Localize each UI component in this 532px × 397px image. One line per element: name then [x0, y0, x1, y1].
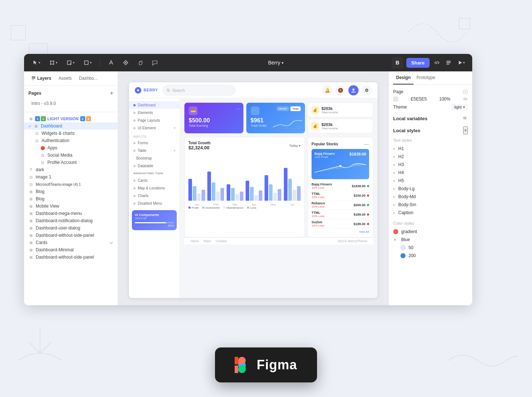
- nav-charts[interactable]: Charts: [129, 192, 180, 200]
- move-tool[interactable]: ▾: [30, 58, 43, 67]
- local-variables-settings-icon[interactable]: [462, 115, 468, 121]
- settings-icon-btn[interactable]: ⚙: [361, 85, 372, 95]
- color-blue-200[interactable]: 200: [393, 252, 468, 260]
- dashboard-search[interactable]: Search: [163, 85, 235, 95]
- dashboard-tab[interactable]: Dashbo...: [76, 74, 101, 82]
- layer-dashboard-notification[interactable]: ⊞ Dashboard-notification-dialog: [24, 217, 118, 224]
- toolbar-center: Berry ▾: [164, 60, 387, 66]
- bar-maint-mar: [235, 194, 239, 201]
- eye-toggle[interactable]: [463, 89, 468, 94]
- layer-dashboard-minimal[interactable]: ⊞ Dashboard-Minimal: [24, 246, 118, 253]
- chart-title: Total Growth: [188, 141, 211, 145]
- layer-dashboard-mega-menu[interactable]: ⊞ Dashboard-mega-menu: [24, 210, 118, 217]
- layer-dashboard-without-side[interactable]: ⊞ Dashboard-without-side-panel: [24, 253, 118, 261]
- nav-datatable[interactable]: Datatable: [129, 162, 180, 170]
- layer-light-version[interactable]: ⊞ 1 1 LIGHT VERSION 2 3: [24, 115, 118, 122]
- nav-bootstrap[interactable]: Bootstrap: [129, 154, 180, 162]
- style-h1[interactable]: ▶ H1: [393, 145, 468, 153]
- assets-tab[interactable]: Assets: [56, 74, 75, 82]
- hand-tool[interactable]: [135, 58, 145, 67]
- layers-tab[interactable]: Layers: [28, 74, 54, 82]
- bar-maint-apr: [254, 195, 258, 201]
- style-body-md[interactable]: ▶ Body-Md: [393, 193, 468, 201]
- style-body-lg[interactable]: ▶ Body-Lg: [393, 185, 468, 193]
- share-button[interactable]: Share: [406, 58, 430, 68]
- view-all-link[interactable]: View All: [312, 230, 369, 233]
- layer-blog1[interactable]: ⊞ Blog: [24, 188, 118, 195]
- comment-tool[interactable]: [150, 58, 160, 67]
- style-h4[interactable]: ▶ H4: [393, 169, 468, 177]
- layer-cards[interactable]: ⊞ Cards: [24, 239, 118, 246]
- nav-elements[interactable]: Elements: [129, 109, 180, 117]
- panel-tabs: Layers Assets Dashbo...: [24, 71, 118, 86]
- nav-page-layouts[interactable]: Page Layouts: [129, 117, 180, 124]
- layer-dashboard[interactable]: ✓ ⊞ Dashboard: [24, 122, 118, 130]
- style-h5[interactable]: ▶ H5: [393, 177, 468, 185]
- style-h2[interactable]: ▶ H2: [393, 153, 468, 161]
- eye-icon[interactable]: [463, 97, 468, 102]
- pages-section: Pages + Intro - v3.9.0: [24, 86, 118, 112]
- layer-profile-account[interactable]: ⊡ Profile Account: [24, 159, 118, 166]
- gradient-name: gradient: [401, 229, 417, 234]
- style-h3[interactable]: ▶ H3: [393, 161, 468, 169]
- nav-forms[interactable]: Forms: [129, 139, 180, 147]
- layer-apps[interactable]: 🔴 Apps: [24, 144, 118, 152]
- tab-month[interactable]: Month: [277, 106, 289, 111]
- legend-loss: Loss: [247, 206, 257, 209]
- pen-tool[interactable]: [106, 58, 116, 67]
- shape-tool[interactable]: ▾: [81, 58, 94, 67]
- stat-income-bottom: 💰 $203k Total Income: [308, 119, 373, 133]
- layer-social-media[interactable]: ⊡ Social Media: [24, 152, 118, 159]
- theme-selector[interactable]: light ▾: [451, 104, 468, 110]
- nav-cards[interactable]: Cards: [129, 177, 180, 184]
- nav-ui-element[interactable]: UI Element ▾: [129, 124, 180, 132]
- avatar-btn[interactable]: [348, 85, 359, 95]
- layer-dark[interactable]: T dark: [24, 166, 118, 173]
- nav-map[interactable]: Map & Locations: [129, 184, 180, 192]
- color-blue[interactable]: ▼ Blue: [393, 236, 468, 244]
- code-view-button[interactable]: [433, 58, 441, 67]
- nav-dashboard[interactable]: Dashboard: [129, 101, 180, 109]
- style-body-sm[interactable]: ▶ Body-Sm: [393, 201, 468, 209]
- layer-blog2[interactable]: ⊞ Blog: [24, 195, 118, 203]
- chart-filter[interactable]: Today ▾: [289, 144, 301, 148]
- nav-disabled-menu[interactable]: Disabled Menu: [129, 200, 180, 207]
- layer-widgets[interactable]: ⊡ Widgets & charts: [24, 130, 118, 137]
- multiplayer-button[interactable]: B: [392, 57, 403, 68]
- notifications-icon-btn[interactable]: 🔔: [322, 85, 332, 95]
- frame-icon: ⊡: [34, 138, 39, 143]
- canvas-area[interactable]: BERRY Search 🔔 🔕 ⚙: [118, 71, 388, 305]
- add-page-button[interactable]: +: [110, 90, 113, 97]
- color-blue-50[interactable]: 50: [393, 244, 468, 252]
- layer-authentication[interactable]: ⊡ Authentication: [24, 137, 118, 144]
- stocks-more-btn[interactable]: —: [364, 141, 369, 147]
- nav-advanced-stats[interactable]: Advanced Stats, Cards: [129, 170, 180, 177]
- stock-dot-4: [367, 223, 369, 225]
- tab-design[interactable]: Design: [393, 71, 414, 84]
- present-button[interactable]: ▾: [456, 58, 466, 67]
- frame-tool[interactable]: ▾: [47, 58, 60, 67]
- color-gradient[interactable]: gradient: [393, 228, 468, 236]
- bar-profit-feb: [207, 172, 211, 201]
- layer-msteams[interactable]: ⊡ MicrosoftTeams-image (4) 1: [24, 181, 118, 188]
- svg-point-12: [137, 89, 139, 91]
- blue-200-name: 200: [408, 253, 416, 258]
- libraries-button[interactable]: [444, 58, 453, 67]
- nav-dot-elements: [133, 112, 136, 114]
- page-item-intro[interactable]: Intro - v3.9.0: [28, 99, 113, 107]
- bell-icon-btn[interactable]: 🔕: [335, 85, 345, 95]
- bar-chart: [188, 158, 301, 202]
- style-caption[interactable]: ▶ Caption: [393, 209, 468, 217]
- tab-prototype[interactable]: Prototype: [414, 71, 438, 84]
- component-tool[interactable]: [121, 58, 131, 67]
- layer-dashboard-no-side[interactable]: ⊞ Dashboard-without-side-panel: [24, 232, 118, 239]
- layer-image1[interactable]: ⊡ image 1: [24, 173, 118, 181]
- layer-mobile-view[interactable]: ⊞ Mobile View: [24, 203, 118, 210]
- add-style-button[interactable]: +: [463, 126, 468, 134]
- scale-tool[interactable]: ▾: [64, 58, 77, 67]
- file-title[interactable]: Berry ▾: [268, 60, 283, 66]
- nav-table[interactable]: Table ▾: [129, 147, 180, 154]
- stock-hero-card: Bajaj Finserv 10% Profit $1839.00: [312, 149, 369, 179]
- layer-dashboard-user[interactable]: ⊞ Dashboard-user-dialog: [24, 224, 118, 232]
- page-color-swatch[interactable]: [393, 97, 398, 102]
